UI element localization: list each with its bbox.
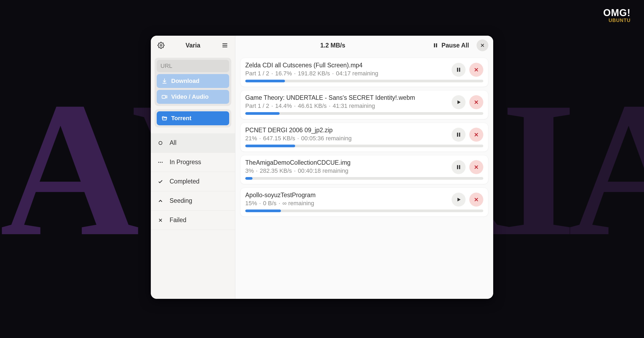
close-window-button[interactable] xyxy=(477,39,488,51)
svg-point-6 xyxy=(158,162,159,163)
menu-button[interactable] xyxy=(219,40,230,51)
filter-failed-label: Failed xyxy=(170,216,186,224)
watermark-line2: UBUNTU xyxy=(603,18,631,23)
download-remaining: 00:40:18 remaining xyxy=(294,167,348,174)
svg-rect-4 xyxy=(162,95,166,98)
cancel-button[interactable] xyxy=(469,193,483,207)
filter-in-progress[interactable]: In Progress xyxy=(151,153,235,172)
video-audio-button-label: Video / Audio xyxy=(171,93,208,100)
download-progress-fill xyxy=(245,112,280,115)
download-remaining: ∞ remaining xyxy=(279,200,314,207)
url-input[interactable]: URL xyxy=(157,60,229,72)
cancel-icon xyxy=(474,67,479,72)
pause-button[interactable] xyxy=(452,128,466,142)
download-button-label: Download xyxy=(171,78,199,84)
app-window: Varia URL Download Video / Audio xyxy=(151,36,493,299)
download-part: Part 1 / 2 xyxy=(245,102,269,109)
download-status: Part 1 / 214.4%46.61 KB/s41:31 remaining xyxy=(245,102,483,109)
svg-point-8 xyxy=(162,162,163,163)
cancel-icon xyxy=(474,197,479,202)
filter-completed-label: Completed xyxy=(170,178,199,185)
settings-button[interactable] xyxy=(156,40,166,51)
x-icon xyxy=(157,218,164,223)
resume-button[interactable] xyxy=(452,95,466,109)
download-card: Game Theory: UNDERTALE - Sans's SECRET I… xyxy=(240,90,488,119)
filter-all-label: All xyxy=(170,139,177,146)
circle-icon xyxy=(157,141,164,145)
cancel-button[interactable] xyxy=(469,95,483,109)
download-card: PCNET DERGI 2006 09_jp2.zip21%647.15 KB/… xyxy=(240,123,488,152)
svg-point-0 xyxy=(160,45,162,46)
download-speed: 282.35 KB/s xyxy=(256,167,292,174)
chevron-up-icon xyxy=(157,198,164,204)
pause-button[interactable] xyxy=(452,160,466,174)
cancel-button[interactable] xyxy=(469,160,483,174)
download-progress-fill xyxy=(245,210,281,212)
downloads-list: Zelda CDI all Cutscenes (Full Screen).mp… xyxy=(235,55,493,219)
overall-speed: 1.2 MB/s xyxy=(240,42,425,49)
pause-all-button[interactable]: Pause All xyxy=(429,40,473,51)
cancel-icon xyxy=(474,100,479,105)
download-actions xyxy=(452,160,483,174)
filter-seeding-label: Seeding xyxy=(170,197,192,204)
download-card: Apollo-soyuzTestProgram15%0 B/s∞ remaini… xyxy=(240,188,488,217)
torrent-button[interactable]: Torrent xyxy=(157,111,229,125)
svg-point-5 xyxy=(159,141,162,145)
svg-rect-10 xyxy=(436,43,437,47)
pause-all-label: Pause All xyxy=(441,42,469,49)
cancel-button[interactable] xyxy=(469,128,483,142)
download-speed: 191.82 KB/s xyxy=(294,70,330,77)
download-actions xyxy=(452,193,483,207)
svg-rect-15 xyxy=(457,165,458,169)
sidebar-header: Varia xyxy=(151,36,235,55)
svg-rect-12 xyxy=(459,68,460,72)
filter-all[interactable]: All xyxy=(151,133,235,153)
download-part: Part 1 / 2 xyxy=(245,70,269,77)
download-remaining: 00:05:36 remaining xyxy=(297,135,352,142)
torrent-group: Torrent xyxy=(155,109,231,127)
filter-in-progress-label: In Progress xyxy=(170,159,201,166)
url-placeholder: URL xyxy=(160,63,172,69)
resume-button[interactable] xyxy=(452,193,466,207)
download-progress-fill xyxy=(245,145,295,147)
pause-icon xyxy=(456,164,461,170)
pause-button[interactable] xyxy=(452,63,466,77)
download-actions xyxy=(452,128,483,142)
download-progress-fill xyxy=(245,177,253,180)
filter-seeding[interactable]: Seeding xyxy=(151,191,235,211)
download-percent: 15% xyxy=(245,200,257,207)
download-percent: 14.4% xyxy=(271,102,292,109)
sidebar: Varia URL Download Video / Audio xyxy=(151,36,235,299)
download-status: Part 1 / 216.7%191.82 KB/s04:17 remainin… xyxy=(245,70,483,77)
download-progress-track xyxy=(245,210,483,212)
check-icon xyxy=(157,179,164,184)
video-audio-button[interactable]: Video / Audio xyxy=(157,90,229,104)
download-remaining: 04:17 remaining xyxy=(332,70,378,77)
svg-rect-14 xyxy=(459,133,460,137)
download-title: Game Theory: UNDERTALE - Sans's SECRET I… xyxy=(245,94,483,101)
download-progress-track xyxy=(245,177,483,180)
download-button[interactable]: Download xyxy=(157,74,229,88)
download-card: Zelda CDI all Cutscenes (Full Screen).mp… xyxy=(240,58,488,87)
filter-failed[interactable]: Failed xyxy=(151,211,235,230)
gear-icon xyxy=(158,42,164,49)
pause-icon xyxy=(456,67,461,73)
download-icon xyxy=(162,78,167,84)
download-status: 15%0 B/s∞ remaining xyxy=(245,200,483,207)
svg-point-7 xyxy=(160,162,161,163)
folder-open-icon xyxy=(162,115,167,121)
dots-icon xyxy=(157,159,164,165)
main-header: 1.2 MB/s Pause All xyxy=(235,36,493,55)
play-icon xyxy=(456,99,461,105)
pause-icon xyxy=(456,132,461,138)
filter-list: All In Progress Completed Seeding Failed xyxy=(151,133,235,230)
cancel-button[interactable] xyxy=(469,63,483,77)
download-progress-fill xyxy=(245,80,285,82)
download-speed: 647.15 KB/s xyxy=(259,135,295,142)
filter-completed[interactable]: Completed xyxy=(151,172,235,191)
close-icon xyxy=(480,43,485,48)
video-icon xyxy=(162,94,167,100)
app-title: Varia xyxy=(170,42,216,49)
download-percent: 3% xyxy=(245,167,254,174)
sidebar-content: URL Download Video / Audio Torrent xyxy=(151,55,235,130)
